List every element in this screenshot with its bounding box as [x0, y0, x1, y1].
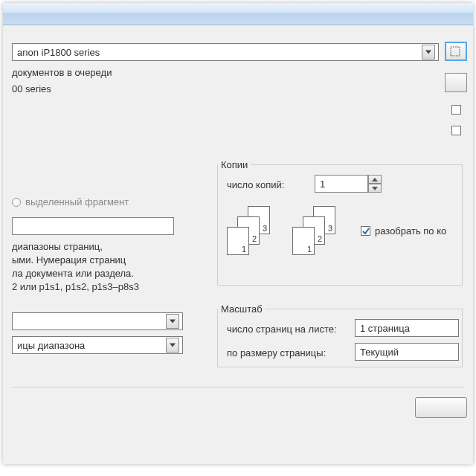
radio-bullet-icon: [12, 198, 21, 207]
range-help-2: ыми. Нумерация страниц: [12, 254, 205, 266]
checkbox-box: [361, 226, 370, 236]
printer-type-label: 00 series: [12, 83, 464, 94]
collate-illustration-1: 3 2 1: [227, 206, 283, 260]
range-help-4: 2 или p1s1, p1s2, p1s3–p8s3: [12, 281, 205, 292]
copies-count-value: 1: [315, 175, 368, 193]
collate-label: разобрать по ко: [375, 225, 446, 237]
copies-group: Копии число копий: 1 3 2 1 3 2 1: [217, 159, 463, 286]
option-check-2[interactable]: [445, 120, 467, 140]
zoom-group-title: Масштаб: [218, 303, 266, 315]
scale-to-paper-label: по размеру страницы:: [227, 347, 326, 358]
collate-checkbox[interactable]: разобрать по ко: [361, 225, 446, 237]
pages-per-sheet-value: 1 страница: [360, 323, 455, 334]
scale-to-paper-value: Текущий: [360, 347, 455, 358]
range-selection-radio: выделенный фрагмент: [12, 196, 129, 208]
spinner-down-button[interactable]: [368, 184, 382, 193]
pages-per-sheet-select[interactable]: 1 страница: [355, 319, 459, 337]
chevron-down-icon: [422, 45, 435, 60]
printer-status-label: документов в очереди: [12, 67, 464, 78]
printer-select-value: anon iP1800 series: [17, 47, 419, 58]
copies-count-spinner[interactable]: 1: [315, 175, 382, 193]
range-selection-label: выделенный фрагмент: [25, 196, 129, 208]
properties-button[interactable]: [445, 42, 467, 61]
checkmark-icon: [362, 228, 370, 235]
option-check-1[interactable]: [445, 100, 467, 119]
range-help-1: диапазоны страниц,: [12, 241, 205, 252]
page-range-input[interactable]: [12, 217, 174, 235]
scale-to-paper-select[interactable]: Текущий: [355, 343, 459, 361]
print-range-pages-select[interactable]: ицы диапазона: [12, 336, 183, 354]
spinner-up-button[interactable]: [368, 175, 382, 184]
printer-select[interactable]: anon iP1800 series: [12, 43, 439, 61]
document-icon: [449, 45, 463, 57]
zoom-group: Масштаб число страниц на листе: 1 страни…: [217, 303, 463, 367]
svg-rect-0: [451, 47, 460, 56]
copies-group-title: Копии: [218, 159, 251, 170]
range-help-3: ла документа или раздела.: [12, 268, 205, 279]
chevron-down-icon: [166, 338, 179, 353]
window-titlebar: [3, 3, 473, 25]
dialog-button[interactable]: [415, 397, 467, 418]
collate-illustration-2: 3 2 1: [292, 206, 349, 260]
print-what-select[interactable]: [12, 312, 183, 330]
copies-count-label: число копий:: [227, 179, 284, 190]
pages-per-sheet-label: число страниц на листе:: [227, 324, 337, 335]
print-range-pages-value: ицы диапазона: [17, 340, 163, 351]
chevron-down-icon: [166, 314, 179, 329]
separator: [12, 387, 464, 387]
